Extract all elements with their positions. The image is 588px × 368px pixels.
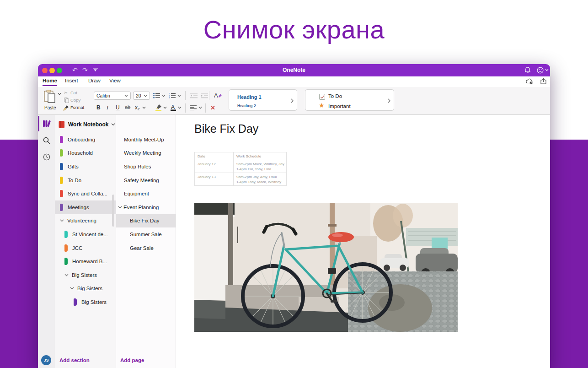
subscript-chevron-icon[interactable] (142, 107, 146, 109)
section-item-household[interactable]: Household (55, 146, 116, 160)
underline-button[interactable]: U (116, 104, 120, 111)
paste-button[interactable]: Paste (44, 105, 56, 110)
page-label: Safety Meeting (124, 178, 159, 183)
style-heading1[interactable]: Heading 1 (237, 94, 262, 100)
tab-view[interactable]: View (109, 78, 121, 85)
section-item-big-sisters[interactable]: Big Sisters (55, 295, 116, 309)
section-color-tab (64, 231, 68, 238)
section-item-jcc[interactable]: JCC (55, 241, 116, 255)
section-item-to-do[interactable]: To Do (55, 173, 116, 187)
section-label: St Vincent de... (72, 232, 108, 237)
page-item-equipment[interactable]: Equipment (116, 187, 176, 200)
clear-formatting-icon[interactable]: A (214, 92, 222, 99)
section-item-st-vincent[interactable]: St Vincent de... (55, 227, 116, 241)
section-group-big-sisters[interactable]: Big Sisters (55, 268, 116, 282)
page-item-gear-sale[interactable]: Gear Sale (116, 241, 176, 255)
style-heading2[interactable]: Heading 2 (237, 103, 256, 108)
cut-button[interactable]: Cut (70, 90, 77, 95)
italic-button[interactable]: I (107, 104, 108, 111)
section-item-homeward[interactable]: Homeward B... (55, 254, 116, 268)
page-item-safety-meeting[interactable]: Safety Meeting (116, 173, 176, 187)
schedule-line: 9am-2pm Jay, Amy, Raul (236, 174, 284, 179)
page-item-summer-sale[interactable]: Summer Sale (116, 227, 176, 241)
chevron-down-icon (124, 95, 128, 97)
bullet-list-chevron-icon[interactable] (162, 95, 166, 97)
page-label: Weekly Meeting (124, 150, 161, 156)
tag-todo[interactable]: To Do (328, 93, 342, 99)
numbered-list-chevron-icon[interactable] (177, 95, 181, 97)
onenote-window: ↶ ↷ OneNote Home Insert Draw View (38, 64, 550, 368)
font-family-select[interactable]: Calibri (94, 92, 131, 100)
schedule-table[interactable]: Date Work Schedule January 12 9am-2pm Ma… (194, 152, 287, 186)
recent-clock-icon[interactable] (43, 153, 50, 161)
font-color-chevron-icon[interactable] (178, 107, 182, 109)
page-item-monthly-meet-up[interactable]: Monthly Meet-Up (116, 133, 176, 146)
nav-icon-strip: JS (38, 115, 55, 368)
sections-scrollbar[interactable] (112, 195, 114, 227)
delete-button[interactable]: ✕ (210, 104, 215, 111)
section-color-tab (64, 244, 68, 252)
search-icon[interactable] (43, 137, 50, 144)
increase-indent-icon[interactable] (201, 93, 208, 98)
account-chevron-icon[interactable] (545, 69, 549, 71)
tab-insert[interactable]: Insert (65, 78, 78, 85)
font-size-select[interactable]: 20 (133, 92, 150, 100)
section-group-big-sisters-nested[interactable]: Big Sisters (55, 282, 116, 296)
format-button[interactable]: Format (70, 105, 84, 110)
account-smiley-icon[interactable] (537, 67, 544, 74)
notebook-switcher[interactable]: Work Notebook (55, 118, 116, 131)
paste-chevron-icon[interactable] (58, 93, 61, 95)
todo-checkbox-icon[interactable] (319, 94, 325, 100)
page-label: Shop Rules (124, 164, 151, 169)
highlighter-chevron-icon[interactable] (163, 107, 167, 109)
decrease-indent-icon[interactable] (190, 93, 198, 98)
page-label: Gear Sale (130, 245, 154, 251)
section-item-sync-and-collaborate[interactable]: Sync and Colla... (55, 187, 116, 200)
paste-icon[interactable] (44, 90, 56, 103)
highlighter-icon[interactable] (155, 104, 162, 111)
paragraph-align-icon[interactable] (190, 105, 197, 110)
section-item-onboarding[interactable]: Onboarding (55, 133, 116, 146)
font-color-icon[interactable]: A (170, 103, 176, 111)
page-group-event-planning[interactable]: Event Planning (116, 200, 176, 214)
table-header-schedule: Work Schedule (234, 152, 287, 160)
note-canvas[interactable]: Bike Fix Day Date Work Schedule January … (176, 115, 550, 368)
share-icon[interactable] (540, 78, 547, 85)
styles-gallery[interactable]: Heading 1 Heading 2 (229, 89, 297, 111)
important-star-icon[interactable]: ★ (319, 102, 325, 109)
schedule-line: 9am-2pm Mack, Whitney, Jay (236, 162, 284, 167)
bullet-list-icon[interactable] (153, 93, 160, 98)
sync-status-icon[interactable] (525, 78, 534, 85)
section-item-gifts[interactable]: Gifts (55, 160, 116, 173)
copy-button[interactable]: Copy (70, 97, 80, 103)
page-item-shop-rules[interactable]: Shop Rules (116, 160, 176, 173)
subscript-button[interactable]: x2 (135, 104, 139, 111)
page-item-weekly-meeting[interactable]: Weekly Meeting (116, 146, 176, 160)
tags-gallery[interactable]: To Do ★ Important (305, 89, 394, 111)
ribbon-toolbar: Paste ✂ Cut Copy Format Calibri 20 123 (38, 87, 550, 115)
section-item-meetings[interactable]: Meetings (55, 200, 116, 214)
tab-draw[interactable]: Draw (88, 78, 101, 85)
chevron-down-icon (60, 219, 64, 222)
pages-panel: Monthly Meet-Up Weekly Meeting Shop Rule… (116, 115, 176, 368)
page-label: Event Planning (123, 205, 159, 210)
section-group-volunteering[interactable]: Volunteering (55, 214, 116, 228)
styles-more-chevron-icon[interactable] (291, 98, 294, 103)
numbered-list-icon[interactable]: 123 (169, 93, 176, 98)
add-section-button[interactable]: Add section (59, 357, 90, 363)
tab-home[interactable]: Home (43, 78, 57, 86)
bold-button[interactable]: B (96, 104, 101, 111)
paragraph-chevron-icon[interactable] (198, 107, 202, 109)
section-color-tab (60, 204, 63, 211)
tag-important[interactable]: Important (328, 103, 351, 109)
page-item-bike-fix-day[interactable]: Bike Fix Day (116, 214, 176, 228)
add-page-button[interactable]: Add page (120, 357, 144, 363)
notebooks-icon[interactable] (43, 119, 51, 128)
bell-icon[interactable] (524, 67, 531, 74)
tags-more-chevron-icon[interactable] (388, 98, 390, 103)
strikethrough-button[interactable]: ab (125, 104, 130, 110)
user-avatar[interactable]: JS (41, 355, 51, 365)
section-label: JCC (72, 245, 82, 251)
section-label: Gifts (68, 164, 79, 169)
note-page-title[interactable]: Bike Fix Day (194, 122, 258, 135)
